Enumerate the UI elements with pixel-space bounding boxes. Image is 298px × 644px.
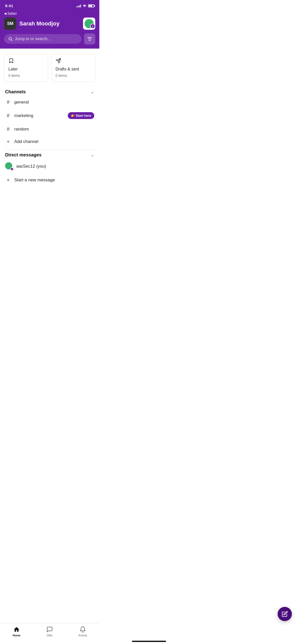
add-channel-label: Add channel <box>14 139 94 144</box>
wifi-icon <box>83 4 87 8</box>
channel-name-random: random <box>14 127 94 132</box>
filter-button[interactable] <box>84 33 95 45</box>
dm-section-header: Direct messages ⌄ <box>4 152 95 158</box>
channel-name-general: general <box>14 100 94 105</box>
workspace-initials: SM <box>7 21 13 26</box>
filter-icon <box>87 37 92 41</box>
back-arrow-icon: ◀ <box>4 12 6 15</box>
search-icon <box>8 37 13 41</box>
header-left: SM Sarah Moodjoy <box>4 18 60 30</box>
drafts-card[interactable]: Drafts & sent 0 items <box>51 54 95 82</box>
hash-icon-marketing: # <box>5 113 11 119</box>
dm-title: Direct messages <box>5 152 42 158</box>
start-here-text: 👉 Start here <box>71 114 91 118</box>
hash-icon-random: # <box>5 126 11 132</box>
status-icons <box>76 4 94 8</box>
channel-item-general[interactable]: # general <box>4 96 95 109</box>
svg-line-1 <box>11 40 12 41</box>
back-nav[interactable]: ◀ Safari <box>4 11 95 16</box>
quick-actions: Later 0 items Drafts & sent 0 items <box>4 54 95 82</box>
bookmark-icon <box>8 58 44 65</box>
channels-section: Channels ⌄ # general # marketing 👉 Start… <box>4 89 95 148</box>
channels-section-header: Channels ⌄ <box>4 89 95 95</box>
dm-collapse-icon[interactable]: ⌄ <box>90 152 94 158</box>
later-card[interactable]: Later 0 items <box>4 54 48 82</box>
user-avatar-circle <box>85 19 94 28</box>
back-nav-label: Safari <box>7 11 17 16</box>
workspace-name: Sarah Moodjoy <box>19 20 60 27</box>
drafts-title: Drafts & sent <box>56 67 91 71</box>
status-time: 9:41 <box>5 4 13 8</box>
status-bar: 9:41 <box>0 0 99 9</box>
channels-collapse-icon[interactable]: ⌄ <box>90 89 94 95</box>
channels-title: Channels <box>5 89 26 95</box>
send-icon <box>56 58 91 65</box>
new-message-item[interactable]: + Start a new message <box>4 174 95 186</box>
plus-icon-dm: + <box>5 178 11 183</box>
dm-avatar-self: z <box>5 162 13 170</box>
search-row: Jump to or search... <box>4 33 95 45</box>
plus-icon-channel: + <box>5 139 11 144</box>
user-avatar[interactable] <box>83 18 95 30</box>
later-count: 0 items <box>8 74 44 78</box>
channel-name-marketing: marketing <box>14 113 65 118</box>
search-placeholder: Jump to or search... <box>15 37 51 41</box>
drafts-count: 0 items <box>56 74 91 78</box>
start-here-badge: 👉 Start here <box>68 112 94 119</box>
main-content: Later 0 items Drafts & sent 0 items Chan… <box>0 49 99 224</box>
channel-item-random[interactable]: # random <box>4 123 95 136</box>
new-message-label: Start a new message <box>14 178 55 183</box>
header-main: SM Sarah Moodjoy <box>4 18 95 30</box>
dm-section: Direct messages ⌄ z aac5ec12 (you) + Sta… <box>4 152 95 186</box>
dm-item-self[interactable]: z aac5ec12 (you) <box>4 159 95 174</box>
dm-avatar-status: z <box>10 167 14 171</box>
hash-icon-general: # <box>5 99 11 105</box>
signal-icon <box>76 4 81 7</box>
channel-item-marketing[interactable]: # marketing 👉 Start here <box>4 109 95 123</box>
workspace-avatar[interactable]: SM <box>4 18 16 30</box>
section-divider <box>4 150 95 150</box>
header: ◀ Safari SM Sarah Moodjoy Jump to or sea… <box>0 9 99 49</box>
dm-name-self: aac5ec12 (you) <box>16 164 46 169</box>
add-channel-item[interactable]: + Add channel <box>4 136 95 148</box>
search-bar[interactable]: Jump to or search... <box>4 34 82 44</box>
battery-icon <box>88 4 94 7</box>
later-title: Later <box>8 67 44 71</box>
